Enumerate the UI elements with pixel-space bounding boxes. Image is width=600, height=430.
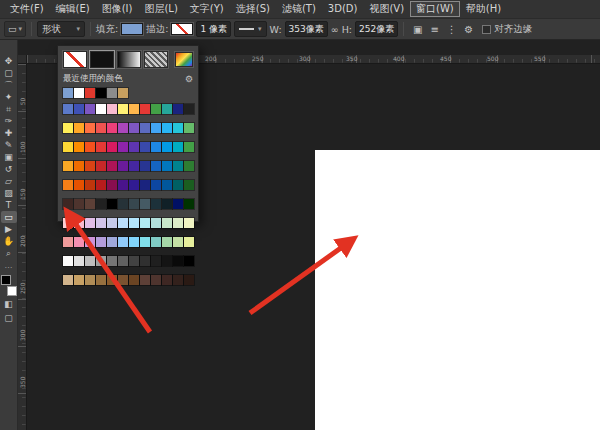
color-swatch[interactable] (118, 199, 128, 209)
menu-item[interactable]: 滤镜(T) (276, 1, 322, 17)
recent-color-swatch[interactable] (118, 88, 128, 98)
color-swatch[interactable] (151, 275, 161, 285)
color-swatch[interactable] (74, 142, 84, 152)
color-swatch[interactable] (129, 180, 139, 190)
path-operations-icon[interactable]: ▣ (409, 21, 426, 37)
color-swatch[interactable] (63, 199, 73, 209)
menu-item[interactable]: 图层(L) (138, 1, 183, 17)
no-color-button[interactable] (63, 51, 87, 68)
color-swatch[interactable] (129, 218, 139, 228)
color-swatch[interactable] (74, 275, 84, 285)
gradient-fill-button[interactable] (117, 51, 141, 68)
color-swatch[interactable] (151, 199, 161, 209)
color-swatch[interactable] (184, 180, 194, 190)
background-color-swatch[interactable] (7, 286, 17, 296)
brush-tool[interactable]: ✎ (1, 139, 17, 151)
color-swatch[interactable] (184, 237, 194, 247)
type-tool[interactable]: T (1, 199, 17, 211)
color-swatch[interactable] (85, 161, 95, 171)
color-swatch[interactable] (118, 161, 128, 171)
color-swatch[interactable] (63, 256, 73, 266)
color-swatch[interactable] (129, 142, 139, 152)
color-swatch[interactable] (162, 180, 172, 190)
lasso-tool[interactable]: ⌒ (1, 79, 17, 91)
color-swatch[interactable] (140, 161, 150, 171)
color-swatch[interactable] (162, 142, 172, 152)
color-swatch[interactable] (96, 180, 106, 190)
document-canvas[interactable] (315, 150, 600, 430)
color-swatch[interactable] (162, 123, 172, 133)
color-swatch[interactable] (140, 142, 150, 152)
pattern-fill-button[interactable] (144, 51, 168, 68)
color-swatch[interactable] (63, 237, 73, 247)
menu-item[interactable]: 文件(F) (4, 1, 50, 17)
color-swatch[interactable] (118, 123, 128, 133)
menu-item[interactable]: 视图(V) (363, 1, 410, 17)
color-swatch[interactable] (162, 237, 172, 247)
color-swatch[interactable] (107, 123, 117, 133)
color-swatch[interactable] (107, 161, 117, 171)
recent-color-swatch[interactable] (96, 88, 106, 98)
color-swatch[interactable] (118, 218, 128, 228)
color-swatch[interactable] (140, 123, 150, 133)
color-swatch[interactable] (107, 256, 117, 266)
color-swatch[interactable] (151, 256, 161, 266)
color-swatch[interactable] (74, 218, 84, 228)
healing-brush-tool[interactable]: ✚ (1, 127, 17, 139)
color-swatch[interactable] (107, 142, 117, 152)
marquee-tool[interactable]: ▢ (1, 67, 17, 79)
color-swatch[interactable] (184, 275, 194, 285)
color-swatch[interactable] (173, 275, 183, 285)
align-edges-checkbox[interactable] (482, 25, 491, 34)
menu-item[interactable]: 编辑(E) (50, 1, 96, 17)
color-swatch[interactable] (184, 256, 194, 266)
tool-mode-dropdown[interactable]: 形状 ▾ (37, 21, 85, 37)
color-swatch[interactable] (184, 161, 194, 171)
color-swatch[interactable] (173, 142, 183, 152)
color-swatch[interactable] (63, 142, 73, 152)
color-swatch[interactable] (118, 275, 128, 285)
color-swatch[interactable] (107, 237, 117, 247)
color-swatch[interactable] (118, 180, 128, 190)
recent-color-swatch[interactable] (74, 88, 84, 98)
path-arrangement-icon[interactable]: ⋮ (443, 21, 460, 37)
color-swatch[interactable] (140, 218, 150, 228)
hand-tool[interactable]: ✋ (1, 235, 17, 247)
color-swatch[interactable] (74, 256, 84, 266)
clone-stamp-tool[interactable]: ▣ (1, 151, 17, 163)
color-swatch[interactable] (96, 104, 106, 114)
color-swatch[interactable] (63, 218, 73, 228)
color-swatch[interactable] (63, 104, 73, 114)
color-swatch[interactable] (96, 218, 106, 228)
color-swatch[interactable] (140, 237, 150, 247)
color-swatch[interactable] (151, 161, 161, 171)
color-swatch[interactable] (107, 275, 117, 285)
color-swatch[interactable] (129, 199, 139, 209)
toolbar-options-icon[interactable]: … (5, 262, 13, 270)
color-swatch[interactable] (96, 161, 106, 171)
magic-wand-tool[interactable]: ✦ (1, 91, 17, 103)
color-swatch[interactable] (151, 142, 161, 152)
color-swatch[interactable] (173, 256, 183, 266)
color-swatch[interactable] (74, 161, 84, 171)
color-swatch[interactable] (118, 237, 128, 247)
color-swatch[interactable] (151, 218, 161, 228)
color-swatch[interactable] (96, 237, 106, 247)
menu-item[interactable]: 帮助(H) (460, 1, 507, 17)
recent-color-swatch[interactable] (63, 88, 73, 98)
color-swatch[interactable] (184, 123, 194, 133)
color-swatch[interactable] (85, 123, 95, 133)
zoom-tool[interactable]: ⌕ (1, 247, 17, 259)
color-swatch[interactable] (162, 275, 172, 285)
color-swatch[interactable] (85, 142, 95, 152)
color-swatch[interactable] (96, 199, 106, 209)
color-swatch[interactable] (173, 180, 183, 190)
color-swatch[interactable] (85, 256, 95, 266)
solid-color-button[interactable] (90, 51, 114, 68)
recent-color-swatch[interactable] (107, 88, 117, 98)
gear-icon[interactable]: ⚙ (460, 21, 477, 37)
color-swatch[interactable] (118, 256, 128, 266)
color-swatch[interactable] (151, 180, 161, 190)
color-swatch[interactable] (173, 123, 183, 133)
rectangle-tool[interactable]: ▭ (1, 211, 17, 223)
